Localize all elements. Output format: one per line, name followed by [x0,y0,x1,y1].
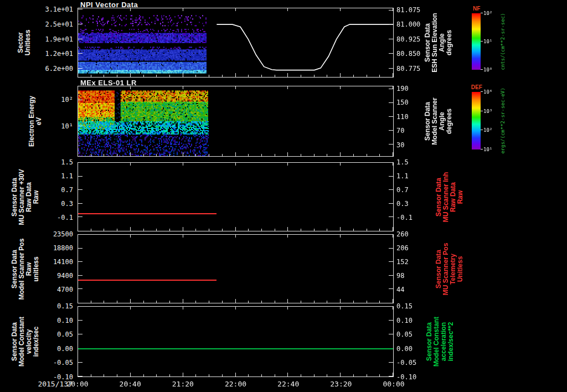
x-tick-mark [183,73,183,77]
colorbar-ticks-nf: 10²10¹10⁰ [472,13,481,70]
x-tick-mark [169,374,170,376]
x-tick-mark [275,374,275,376]
y-tick-label: 1.1 [396,172,409,180]
x-tick-mark [327,374,327,376]
y-tick-mark [389,216,393,217]
x-tick-mark [353,154,354,156]
x-tick-mark [117,154,117,156]
x-tick-mark [314,154,315,156]
y-tick-label: 206 [396,244,409,252]
y-tick-mark [389,68,393,69]
y-tick-label: 10¹ [61,122,73,130]
y-tick-mark [389,234,393,235]
y-tick-label: 0.15 [396,302,413,310]
x-tick-mark [353,374,354,376]
x-tick-mark [314,229,315,231]
def-colorbar: DEF 10⁴10³10²10¹ ergs/(cm**2-sr-sec-eV) [472,92,481,149]
y-tick-mark [389,362,393,363]
x-tick-mark [235,152,236,156]
y-axis-label-mu-scanner-inh: Sensor Data MU Scanner Inh Raw Data Raw [435,172,464,222]
x-tick-mark [195,301,196,303]
x-tick-mark [183,373,183,376]
y-tick-label: 0.00 [57,345,73,353]
x-tick-mark [261,75,262,77]
x-tick-mark [143,229,144,231]
y-axis-ticks-left: 0.150.100.050.00-0.05-0.10 [0,306,75,377]
sun-elevation-curve [78,8,393,77]
x-tick-mark [209,229,209,231]
x-tick-mark [104,229,104,231]
x-tick-mark [91,154,91,156]
y-axis-label-scanner-pos-telemetry: Sensor Data MU Scanner Pos Telemetry Uni… [435,243,464,295]
x-tick-mark [78,163,78,166]
x-tick-mark [287,163,288,166]
colorbar-tick-label: 10¹ [483,147,492,152]
y-tick-mark [389,288,393,289]
x-axis-tick-label: 22:40 [277,380,299,388]
panel-npi-vector-data: NPI Vector Data Sector Unitless 3.1e+012… [0,8,567,78]
colorbar-unit-label-nf: cnts/(cm**2-sr-sec) [500,13,506,70]
x-tick-mark [222,229,223,231]
els-spectrogram [78,86,393,156]
x-tick-mark [287,8,288,11]
y-tick-mark [389,89,393,89]
x-tick-mark [340,373,341,376]
y-tick-label: 80.925 [396,35,420,43]
x-tick-mark [367,154,367,156]
x-tick-mark [287,86,288,89]
x-tick-mark [183,307,183,310]
x-tick-mark [287,152,288,156]
y-tick-label: 3.1e+01 [45,6,73,13]
x-tick-mark [393,73,393,77]
y-tick-label: -0.05 [53,359,73,367]
plot-area-velocity [78,306,394,377]
x-tick-mark [222,75,223,77]
x-tick-mark [235,8,236,11]
y-tick-mark [78,24,83,24]
x-tick-mark [235,163,236,166]
y-tick-label: 0.15 [57,302,73,310]
y-tick-label: 14100 [53,258,73,266]
x-tick-mark [156,301,157,303]
colorbar-ticks-def: 10⁴10³10²10¹ [472,92,481,149]
x-tick-mark [91,229,91,231]
x-axis-tick-labels: 20:0020:4021:2022:0022:4023:2000:00 [78,379,394,390]
colorbar-tick-mark [481,13,483,13]
y-tick-mark [78,362,83,363]
plot-area-scanner-pos [78,234,394,303]
x-tick-mark [353,301,354,303]
x-tick-mark [248,75,249,77]
x-tick-mark [340,86,341,89]
x-tick-mark [104,374,104,376]
y-tick-label: 0.10 [396,317,413,324]
x-tick-mark [130,235,131,238]
x-tick-mark [130,73,131,77]
plot-area-npi [78,8,394,78]
y-tick-mark [389,320,393,321]
x-tick-mark [340,235,341,238]
npi-els-science-plot-page: NPI Vector Data Sector Unitless 3.1e+012… [0,0,567,392]
x-tick-mark [195,154,196,156]
x-tick-mark [143,154,144,156]
y-tick-mark [389,275,393,276]
y-tick-mark [389,306,393,307]
y-tick-label: 80.850 [396,50,420,58]
x-tick-mark [301,374,301,376]
y-tick-mark [389,162,393,163]
x-tick-mark [393,152,393,156]
x-tick-mark [275,75,275,77]
x-tick-mark [104,301,104,303]
y-tick-label: 0.05 [57,331,73,338]
y-axis-label-sun-elevation: Sensor Data ESH Sun Elevation Angle degr… [424,13,453,72]
y-tick-label: 1.5 [61,158,73,166]
y-tick-mark [78,39,83,39]
y-tick-label: 0.7 [396,186,409,194]
y-tick-label: 6.2e+00 [45,65,73,73]
y-tick-mark [389,39,393,39]
x-tick-mark [327,75,327,77]
x-tick-mark [130,86,131,89]
x-tick-mark [222,301,223,303]
y-tick-mark [78,376,83,376]
x-tick-mark [117,229,117,231]
x-tick-mark [340,152,341,156]
